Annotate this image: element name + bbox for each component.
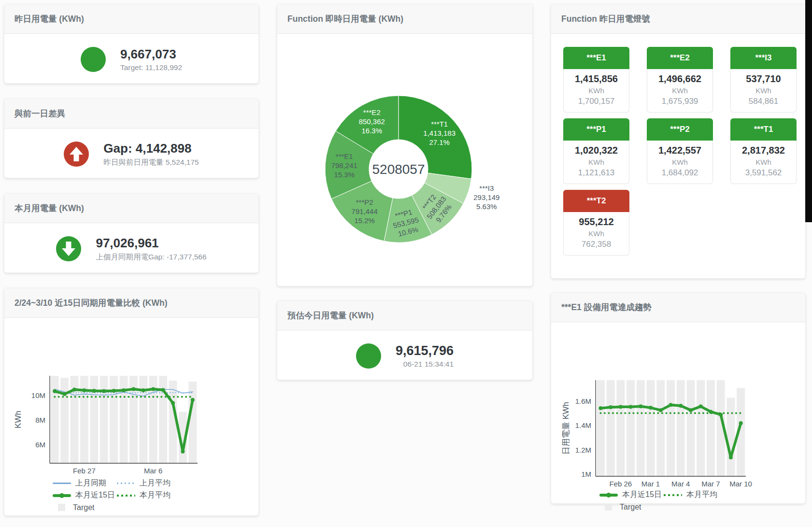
legend-item-target[interactable]: Target bbox=[53, 503, 117, 512]
tile-target: 1,700,157 bbox=[564, 96, 629, 107]
tile-header: ***E1 bbox=[563, 47, 629, 69]
device-light-tile: ***T1 2,817,832 KWh 3,591,562 bbox=[730, 118, 797, 184]
card-title: 與前一日差異 bbox=[4, 99, 258, 128]
trend-legend: 本月近15日 本月平均 Target bbox=[599, 489, 805, 513]
svg-text:1.2M: 1.2M bbox=[575, 446, 591, 454]
svg-text:KWh: KWh bbox=[14, 411, 23, 428]
svg-text:6M: 6M bbox=[35, 441, 45, 449]
card-body: 1M1.2M1.4M1.6MFeb 26Mar 1Mar 4Mar 7Mar 1… bbox=[551, 322, 805, 513]
svg-text:Mar 10: Mar 10 bbox=[729, 480, 752, 488]
tile-body: 955,212 KWh 762,358 bbox=[563, 212, 629, 256]
legend-label: 上月同期 bbox=[75, 478, 106, 488]
tile-target: 3,591,562 bbox=[731, 167, 796, 179]
green-line-swatch bbox=[599, 494, 618, 497]
kpi-subtext: Target: 11,128,992 bbox=[120, 63, 182, 72]
legend-label: 本月平均 bbox=[686, 490, 717, 500]
tile-target: 584,861 bbox=[731, 96, 796, 107]
card-title: 2/24~3/10 近15日同期用電量比較 (KWh) bbox=[4, 288, 258, 318]
tile-value: 1,415,856 bbox=[564, 72, 629, 85]
card-e1-trend: ***E1 設備用電達成趨勢 1M1.2M1.4M1.6MFeb 26Mar 1… bbox=[551, 292, 806, 504]
svg-text:日用電量 KWh: 日用電量 KWh bbox=[561, 402, 570, 455]
realtime-donut-chart[interactable]: ***T11,413,18327.1%***I3293,1495.63%***T… bbox=[277, 34, 532, 287]
device-light-tile: ***E2 1,496,662 KWh 1,675,939 bbox=[647, 47, 713, 113]
card-body: ***T11,413,18327.1%***I3293,1495.63%***T… bbox=[277, 34, 532, 287]
compare-line-chart[interactable]: 6M8M10MFeb 27Mar 6KWh bbox=[4, 318, 259, 477]
card-body: 6M8M10MFeb 27Mar 6KWh 上月同期 上月平均 本月近1 bbox=[4, 318, 258, 513]
kpi-text: 9,667,073 Target: 11,128,992 bbox=[120, 46, 182, 72]
tile-value: 1,020,322 bbox=[564, 144, 629, 157]
tile-unit: KWh bbox=[647, 85, 712, 96]
tile-value: 955,212 bbox=[564, 215, 629, 228]
tile-unit: KWh bbox=[564, 85, 629, 96]
e1-trend-chart[interactable]: 1M1.2M1.4M1.6MFeb 26Mar 1Mar 4Mar 7Mar 1… bbox=[551, 322, 806, 489]
legend-item-last-month-avg[interactable]: 上月平均 bbox=[117, 478, 181, 488]
card-prev-day-gap: 與前一日差異 Gap: 4,142,898 昨日與前日用電量 5,524,175 bbox=[4, 99, 259, 178]
green-dotted-swatch bbox=[117, 495, 135, 497]
svg-text:1M: 1M bbox=[581, 470, 591, 478]
card-month-usage: 本月用電量 (KWh) 97,026,961 上個月同期用電Gap: -17,3… bbox=[4, 193, 259, 273]
tile-header: ***P1 bbox=[563, 118, 629, 141]
tile-value: 2,817,832 bbox=[731, 144, 796, 157]
tile-target: 1,675,939 bbox=[647, 96, 712, 107]
legend-label: Target bbox=[620, 503, 641, 512]
svg-text:Mar 1: Mar 1 bbox=[641, 480, 660, 488]
legend-item-last-month[interactable]: 上月同期 bbox=[53, 478, 117, 488]
legend-row: 上月同期 上月平均 bbox=[53, 477, 258, 489]
legend-item-this-month-avg[interactable]: 本月平均 bbox=[664, 490, 728, 500]
kpi-value: 97,026,961 bbox=[96, 235, 206, 251]
blue-dotted-swatch bbox=[117, 483, 135, 484]
legend-label: 本月近15日 bbox=[75, 490, 115, 500]
card-yesterday-usage: 昨日用電量 (KWh) 9,667,073 Target: 11,128,992 bbox=[4, 4, 259, 84]
green-dotted-swatch bbox=[664, 494, 682, 496]
legend-item-this-month[interactable]: 本月近15日 bbox=[599, 490, 664, 500]
legend-label: 本月近15日 bbox=[622, 490, 662, 500]
legend-label: Target bbox=[73, 503, 94, 512]
tile-unit: KWh bbox=[564, 228, 629, 239]
tile-target: 1,684,092 bbox=[647, 167, 712, 179]
svg-text:***I3293,1495.63%: ***I3293,1495.63% bbox=[473, 184, 499, 211]
compare-legend: 上月同期 上月平均 本月近15日 本月平均 bbox=[53, 477, 258, 513]
card-realtime-donut: Function 即時日用電量 (KWh) ***T11,413,18327.1… bbox=[277, 4, 533, 286]
blue-line-swatch bbox=[53, 483, 71, 484]
tile-target: 1,121,613 bbox=[564, 167, 629, 179]
status-circle-icon bbox=[81, 47, 106, 72]
tile-unit: KWh bbox=[647, 157, 712, 167]
legend-item-this-month[interactable]: 本月近15日 bbox=[53, 490, 117, 500]
device-light-tile: ***T2 955,212 KWh 762,358 bbox=[563, 190, 629, 256]
card-estimate-today: 預估今日用電量 (KWh) 9,615,796 06-21 15:34:41 bbox=[277, 300, 533, 380]
tile-header: ***T1 bbox=[730, 118, 797, 141]
gray-square-swatch bbox=[58, 504, 65, 511]
card-body: 9,615,796 06-21 15:34:41 bbox=[277, 330, 532, 381]
card-device-lights: Function 昨日用電燈號 ***E1 1,415,856 KWh 1,70… bbox=[551, 4, 806, 279]
svg-text:10M: 10M bbox=[31, 391, 45, 399]
svg-text:Feb 27: Feb 27 bbox=[73, 467, 96, 475]
kpi-subtext: 昨日與前日用電量 5,524,175 bbox=[103, 157, 199, 168]
device-light-tile: ***E1 1,415,856 KWh 1,700,157 bbox=[563, 47, 629, 113]
legend-item-this-month-avg[interactable]: 本月平均 bbox=[117, 490, 181, 500]
up-arrow-icon bbox=[64, 142, 89, 167]
svg-text:Feb 26: Feb 26 bbox=[609, 480, 632, 488]
kpi-subtext: 上個月同期用電Gap: -17,377,566 bbox=[96, 252, 206, 262]
device-light-tile: ***P2 1,422,557 KWh 1,684,092 bbox=[647, 118, 713, 184]
svg-text:Mar 7: Mar 7 bbox=[701, 480, 720, 488]
legend-label: 本月平均 bbox=[140, 490, 171, 500]
tile-header: ***T2 bbox=[563, 190, 629, 212]
card-body: 9,667,073 Target: 11,128,992 bbox=[4, 34, 258, 85]
card-body: Gap: 4,142,898 昨日與前日用電量 5,524,175 bbox=[4, 128, 258, 179]
tile-body: 1,415,856 KWh 1,700,157 bbox=[563, 69, 629, 113]
tile-unit: KWh bbox=[731, 85, 796, 96]
device-light-tile: ***P1 1,020,322 KWh 1,121,613 bbox=[563, 118, 629, 184]
tile-header: ***E2 bbox=[647, 47, 713, 69]
tile-body: 1,020,322 KWh 1,121,613 bbox=[563, 141, 629, 184]
svg-text:1.6M: 1.6M bbox=[575, 397, 591, 405]
legend-label: 上月平均 bbox=[140, 478, 171, 488]
tile-body: 2,817,832 KWh 3,591,562 bbox=[730, 141, 797, 184]
window-edge-strip bbox=[805, 0, 812, 222]
tile-unit: KWh bbox=[731, 157, 796, 167]
svg-text:Mar 6: Mar 6 bbox=[144, 467, 162, 475]
card-title: ***E1 設備用電達成趨勢 bbox=[551, 293, 805, 322]
tile-value: 537,710 bbox=[731, 72, 796, 85]
energy-dashboard: 昨日用電量 (KWh) 9,667,073 Target: 11,128,992… bbox=[0, 0, 812, 527]
card-compare-chart: 2/24~3/10 近15日同期用電量比較 (KWh) 6M8M10MFeb 2… bbox=[4, 288, 259, 516]
legend-item-target[interactable]: Target bbox=[599, 503, 664, 512]
